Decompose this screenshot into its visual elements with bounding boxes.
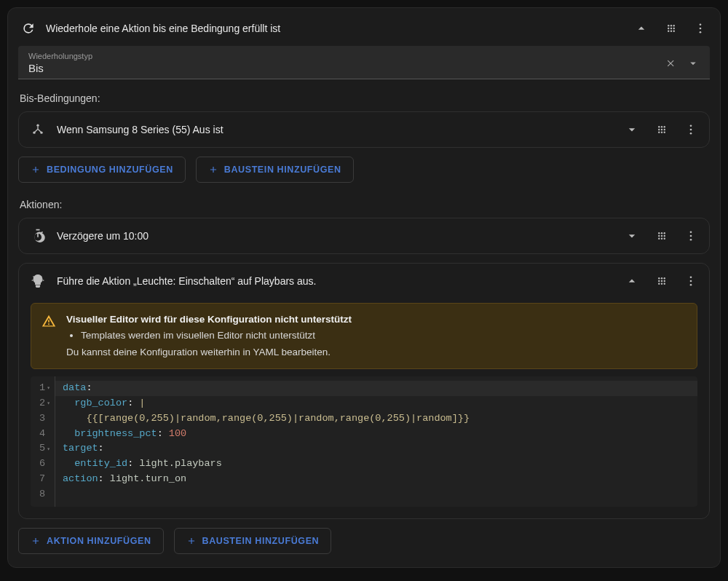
svg-point-18: [658, 129, 660, 130]
svg-point-36: [690, 231, 692, 233]
svg-point-0: [668, 25, 669, 26]
svg-point-50: [690, 284, 692, 286]
repeat-type-select[interactable]: Wiederholungstyp Bis: [18, 46, 710, 79]
warning-bullet: Templates werden im visuellen Editor nic…: [81, 328, 352, 343]
svg-point-8: [673, 31, 675, 32]
condition-buttons: Bedingung hinzufügen Baustein hinzufügen: [18, 157, 710, 183]
svg-point-43: [661, 280, 662, 282]
timer-icon: [31, 229, 45, 243]
dropdown-icon[interactable]: [687, 57, 700, 70]
drag-handle-icon[interactable]: [655, 229, 668, 242]
svg-point-21: [658, 132, 660, 133]
collapse-icon[interactable]: [625, 274, 639, 288]
svg-point-44: [664, 280, 665, 282]
state-icon: [31, 122, 45, 137]
svg-point-22: [661, 132, 662, 133]
card-header: Wiederhole eine Aktion bis eine Bedingun…: [18, 17, 710, 46]
select-content: Wiederholungstyp Bis: [28, 52, 665, 74]
svg-point-34: [661, 238, 662, 240]
select-value: Bis: [28, 60, 665, 74]
repeat-icon: [21, 21, 36, 36]
drag-handle-icon[interactable]: [665, 22, 678, 35]
svg-point-48: [690, 276, 692, 278]
svg-point-47: [664, 283, 665, 285]
svg-point-25: [690, 129, 692, 131]
svg-point-11: [700, 31, 702, 33]
svg-point-49: [690, 280, 692, 282]
collapse-icon[interactable]: [634, 21, 649, 36]
actions-section-label: Aktionen:: [20, 199, 710, 210]
card-title: Wiederhole eine Aktion bis eine Bedingun…: [46, 23, 624, 34]
expand-icon[interactable]: [625, 122, 639, 137]
action-row-light: Führe die Aktion „Leuchte: Einschalten“ …: [18, 263, 710, 519]
svg-point-45: [658, 283, 660, 285]
action-row-delay[interactable]: Verzögere um 10:00: [18, 218, 710, 254]
condition-row[interactable]: Wenn Samsung 8 Series (55) Aus ist: [18, 111, 710, 148]
svg-point-2: [673, 25, 675, 26]
warning-icon: [41, 314, 56, 328]
select-actions: [665, 57, 700, 70]
svg-point-46: [661, 283, 662, 285]
svg-point-41: [664, 277, 665, 279]
clear-icon[interactable]: [665, 57, 678, 70]
svg-point-3: [668, 28, 669, 29]
svg-point-20: [664, 129, 665, 130]
drag-handle-icon[interactable]: [655, 274, 668, 288]
svg-point-5: [673, 28, 675, 29]
svg-point-26: [690, 133, 692, 135]
action-row-actions: [625, 229, 697, 243]
svg-point-17: [664, 126, 665, 127]
svg-point-4: [670, 28, 672, 29]
svg-point-32: [664, 235, 665, 237]
svg-point-12: [36, 125, 39, 127]
yaml-editor[interactable]: 1▾ 2▾ 3 4 5▾ 6 7 8 data: rgb_color: | {{…: [31, 376, 697, 507]
overflow-menu-icon[interactable]: [684, 123, 697, 136]
svg-point-35: [664, 238, 665, 240]
warning-content: Visueller Editor wird für diese Konfigur…: [66, 312, 352, 360]
svg-point-9: [700, 23, 702, 25]
overflow-menu-icon[interactable]: [684, 274, 697, 288]
action-buttons: Aktion hinzufügen Baustein hinzufügen: [18, 528, 710, 554]
overflow-menu-icon[interactable]: [694, 22, 707, 35]
add-action-label: Aktion hinzufügen: [47, 536, 151, 546]
line-gutter: 1▾ 2▾ 3 4 5▾ 6 7 8: [31, 376, 55, 507]
warning-title: Visueller Editor wird für diese Konfigur…: [66, 312, 352, 327]
svg-point-28: [661, 232, 662, 234]
svg-point-33: [658, 238, 660, 240]
add-block-button[interactable]: Baustein hinzufügen: [196, 157, 354, 183]
svg-point-40: [661, 277, 662, 279]
svg-point-7: [670, 31, 672, 32]
svg-point-15: [658, 126, 660, 127]
condition-row-actions: [625, 122, 697, 137]
add-condition-label: Bedingung hinzufügen: [47, 165, 173, 175]
svg-point-23: [664, 132, 665, 133]
svg-point-30: [658, 235, 660, 237]
svg-point-37: [690, 235, 692, 237]
svg-point-31: [661, 235, 662, 237]
action-row-actions: [625, 274, 697, 288]
drag-handle-icon[interactable]: [655, 123, 668, 136]
condition-title: Wenn Samsung 8 Series (55) Aus ist: [57, 124, 613, 135]
overflow-menu-icon[interactable]: [684, 229, 697, 242]
code-content[interactable]: data: rgb_color: | {{[range(0,255)|rando…: [55, 376, 697, 507]
add-block-label: Baustein hinzufügen: [224, 165, 341, 175]
add-condition-button[interactable]: Bedingung hinzufügen: [18, 157, 186, 183]
svg-point-10: [700, 28, 702, 30]
add-block-label: Baustein hinzufügen: [202, 536, 320, 546]
svg-point-42: [658, 280, 660, 282]
action-light-header[interactable]: Führe die Aktion „Leuchte: Einschalten“ …: [19, 264, 709, 299]
svg-point-27: [658, 232, 660, 234]
svg-point-19: [661, 129, 662, 130]
svg-point-29: [664, 232, 665, 234]
svg-point-24: [690, 125, 692, 127]
add-action-button[interactable]: Aktion hinzufügen: [18, 528, 164, 554]
repeat-until-card: Wiederhole eine Aktion bis eine Bedingun…: [7, 7, 721, 568]
warning-footer: Du kannst deine Konfiguration weiterhin …: [66, 345, 352, 360]
add-block-button[interactable]: Baustein hinzufügen: [174, 528, 332, 554]
conditions-section-label: Bis-Bedingungen:: [20, 92, 710, 104]
svg-point-39: [658, 277, 660, 279]
action-light-title: Führe die Aktion „Leuchte: Einschalten“ …: [57, 275, 613, 287]
expand-icon[interactable]: [625, 229, 639, 243]
lightbulb-icon: [31, 274, 45, 288]
card-header-actions: [634, 21, 707, 36]
